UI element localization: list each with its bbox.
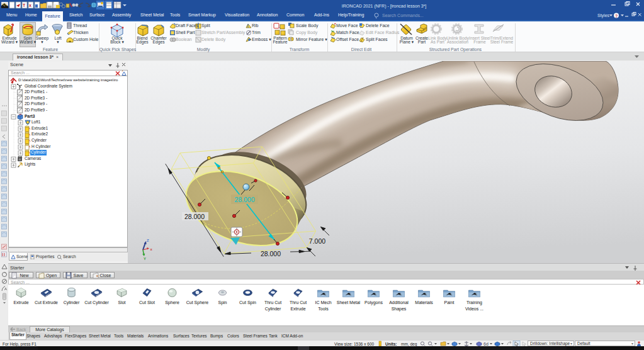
svg-text:x: x [29, 3, 31, 8]
svg-text:IRONCAD 2021 (NFR) - [ironca: IRONCAD 2021 (NFR) - [ironcad lesson 3*] [342, 4, 427, 9]
svg-text:Y: Y [144, 257, 146, 261]
svg-text:A: A [4, 287, 7, 291]
svg-text:Cut Cylinder: Cut Cylinder [84, 300, 109, 305]
svg-text:Search Commands...: Search Commands... [382, 13, 424, 18]
svg-text:Slot: Slot [118, 300, 125, 305]
svg-text:Extrude: Extrude [13, 300, 28, 305]
svg-text:Materials: Materials [415, 300, 433, 305]
svg-text:IC Mech: IC Mech [315, 300, 331, 305]
svg-text:Cylinder: Cylinder [64, 300, 80, 305]
svg-text:Thru Cut: Thru Cut [264, 300, 281, 305]
svg-text:Additional: Additional [389, 300, 409, 305]
svg-text:Thru Cut: Thru Cut [290, 300, 307, 305]
svg-text:28.000: 28.000 [234, 196, 254, 203]
svg-text:28.000: 28.000 [184, 213, 205, 220]
svg-text:Cut Slot: Cut Slot [139, 300, 155, 305]
svg-text:Polygons: Polygons [364, 300, 383, 305]
svg-text:Styles: Styles [597, 13, 610, 18]
svg-text:7.000: 7.000 [309, 237, 325, 245]
svg-text:6d: 6d [483, 342, 489, 346]
svg-text:Cylinder: Cylinder [265, 306, 281, 311]
svg-text:28.000: 28.000 [261, 250, 281, 257]
svg-text:Z: Z [147, 239, 149, 242]
svg-text:Extrude: Extrude [290, 306, 305, 310]
svg-text:?: ? [615, 14, 618, 18]
svg-text:T: T [23, 3, 26, 8]
svg-text:Sphere: Sphere [165, 300, 179, 305]
svg-text:Cut Sphere: Cut Sphere [186, 300, 209, 305]
svg-text:Tools: Tools [318, 306, 329, 310]
svg-text:Videos ...: Videos ... [465, 306, 483, 310]
svg-text:Paint: Paint [444, 300, 455, 305]
svg-text:Training: Training [466, 300, 482, 305]
svg-text:Spin: Spin [218, 300, 227, 305]
svg-text:Shapes: Shapes [392, 306, 407, 311]
svg-text:Cut Extrude: Cut Extrude [35, 300, 58, 305]
svg-text:Sheet Metal: Sheet Metal [337, 300, 361, 305]
svg-text:Cut Spin: Cut Spin [239, 300, 256, 305]
